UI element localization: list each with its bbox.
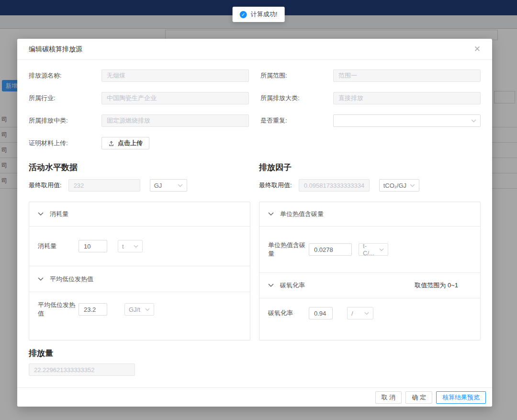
panel-body-heating-value: 平均低位发热值 GJ/t xyxy=(29,292,250,340)
row-label: 碳氧化率 xyxy=(268,309,309,318)
chevron-down-icon xyxy=(145,308,150,311)
preview-result-button[interactable]: 核算结果预览 xyxy=(436,391,486,404)
range-note: 取值范围为 0~1 xyxy=(415,281,458,290)
section-title-activity: 活动水平数据 xyxy=(29,162,250,173)
field-label: 所属范围: xyxy=(260,71,333,80)
chevron-down-icon xyxy=(178,184,183,187)
chevron-down-icon xyxy=(410,184,415,187)
panel-header-oxidation-rate[interactable]: 碳氧化率 取值范围为 0~1 xyxy=(259,273,480,298)
factor-final-unit-select[interactable]: tCO₂/GJ xyxy=(379,179,419,192)
edit-emission-source-dialog: 编辑碳核算排放源 ✕ 排放源名称: 所属范围: 所属行业: xyxy=(17,39,492,407)
row-label: 平均低位发热值 xyxy=(38,301,79,318)
oxidation-unit-select[interactable]: / xyxy=(347,307,373,319)
is-duplicate-select[interactable] xyxy=(333,114,481,127)
section-title-factor: 排放因子 xyxy=(259,162,481,173)
upload-icon xyxy=(108,140,114,147)
emission-amount-input xyxy=(29,363,135,376)
industry-input xyxy=(101,92,249,104)
upload-button[interactable]: 点击上传 xyxy=(101,137,149,149)
panel-header-carbon-content[interactable]: 单位热值含碳量 xyxy=(259,202,480,227)
field-major-category: 所属排放大类: xyxy=(260,92,481,104)
source-name-input xyxy=(101,69,249,82)
activity-final-value-input xyxy=(68,179,140,192)
field-label: 排放源名称: xyxy=(29,71,101,80)
activity-final-unit-select[interactable]: GJ xyxy=(150,179,187,192)
check-circle-icon: ✓ xyxy=(240,11,247,18)
dialog-body: 排放源名称: 所属范围: 所属行业: 所属排放大类: xyxy=(17,60,492,376)
emission-factor-section: 排放因子 最终取用值: tCO₂/GJ 单位热值含碳量 xyxy=(259,158,481,341)
dialog-footer: 取 消 确 定 核算结果预览 xyxy=(17,387,492,407)
app-root: 新增 司 司 司 司 司 ✓ 计算成功! 编辑碳核算排放源 ✕ 排放源名称: 所… xyxy=(0,0,517,420)
toast-message: 计算成功! xyxy=(251,10,278,19)
close-icon[interactable]: ✕ xyxy=(474,45,481,53)
chevron-down-icon xyxy=(364,312,369,315)
toast-success: ✓ 计算成功! xyxy=(233,7,285,22)
factor-collapse: 单位热值含碳量 单位热值含碳量 t-C/... xyxy=(259,202,481,341)
chevron-down-icon xyxy=(134,245,138,248)
row-label: 单位热值含碳量 xyxy=(268,241,309,258)
final-value-label: 最终取用值: xyxy=(29,181,62,190)
chevron-down-icon xyxy=(471,119,476,123)
carbon-content-unit-select[interactable]: t-C/... xyxy=(359,243,388,256)
field-industry: 所属行业: xyxy=(29,92,249,104)
major-category-input xyxy=(333,92,481,104)
field-label: 所属行业: xyxy=(29,94,101,102)
cancel-button[interactable]: 取 消 xyxy=(375,391,402,404)
panel-body-consumption: 消耗量 t xyxy=(29,227,250,266)
chevron-down-icon xyxy=(38,277,44,281)
field-label: 是否重复: xyxy=(260,116,333,125)
confirm-button[interactable]: 确 定 xyxy=(405,391,432,404)
row-label: 消耗量 xyxy=(38,242,79,250)
activity-collapse: 消耗量 消耗量 t xyxy=(29,202,250,341)
consumption-unit-select[interactable]: t xyxy=(118,240,143,252)
panel-body-oxidation-rate: 碳氧化率 / xyxy=(259,298,480,340)
panel-body-carbon-content: 单位热值含碳量 t-C/... xyxy=(259,227,480,273)
field-medium-category: 所属排放中类: xyxy=(29,114,249,127)
factor-final-value-input xyxy=(299,179,370,192)
heating-value-input[interactable] xyxy=(79,303,107,316)
chevron-down-icon xyxy=(268,212,274,216)
emission-amount-section: 排放量 xyxy=(29,348,481,376)
field-label: 所属排放中类: xyxy=(29,116,101,125)
field-source-name: 排放源名称: xyxy=(29,69,249,82)
dialog-header: 编辑碳核算排放源 ✕ xyxy=(17,39,492,60)
carbon-content-input[interactable] xyxy=(309,243,352,256)
medium-category-input xyxy=(101,114,249,127)
final-value-label: 最终取用值: xyxy=(259,181,292,190)
field-label: 证明材料上传: xyxy=(29,139,101,148)
consumption-input[interactable] xyxy=(79,240,107,252)
panel-header-heating-value[interactable]: 平均低位发热值 xyxy=(29,266,250,292)
field-scope: 所属范围: xyxy=(260,69,481,82)
section-title-emission: 排放量 xyxy=(29,348,481,359)
dialog-title: 编辑碳核算排放源 xyxy=(29,45,82,54)
field-label: 所属排放大类: xyxy=(260,94,333,102)
activity-level-section: 活动水平数据 最终取用值: GJ 消耗量 xyxy=(29,158,250,341)
chevron-down-icon xyxy=(38,212,44,216)
scope-input xyxy=(333,69,481,82)
heating-unit-select[interactable]: GJ/t xyxy=(124,303,154,316)
field-proof-upload: 证明材料上传: 点击上传 xyxy=(29,137,249,149)
oxidation-rate-input[interactable] xyxy=(309,307,333,319)
chevron-down-icon xyxy=(379,248,384,251)
chevron-down-icon xyxy=(268,284,274,287)
field-is-duplicate: 是否重复: xyxy=(260,114,481,127)
panel-header-consumption[interactable]: 消耗量 xyxy=(29,202,250,227)
